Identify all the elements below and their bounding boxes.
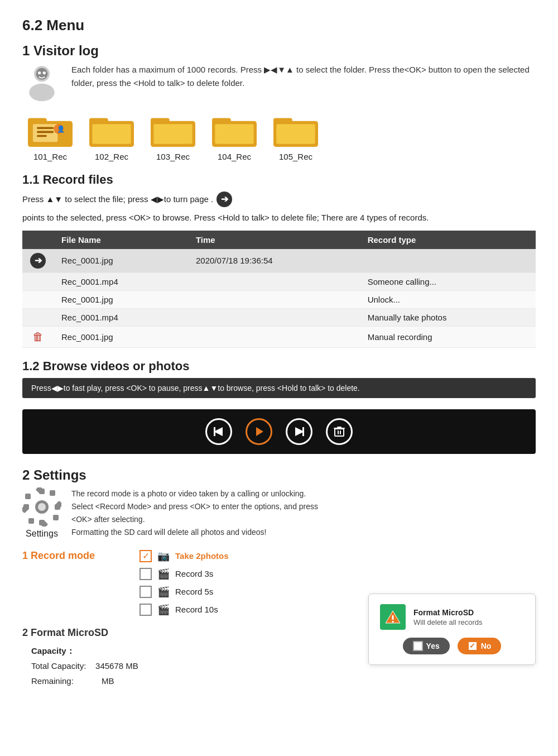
svg-marker-27 [256, 427, 263, 436]
svg-rect-9 [37, 131, 54, 133]
empty-icon-cell [22, 272, 54, 290]
table-header-time: Time [188, 231, 360, 249]
format-dialog: Format MicroSD Will delete all records Y… [368, 594, 536, 665]
table-cell-type: Unlock... [360, 290, 536, 308]
table-cell-time [188, 326, 360, 347]
svg-rect-8 [37, 127, 54, 130]
svg-point-3 [38, 71, 41, 74]
video-icon: 🎬 [157, 586, 170, 598]
mode-option-record10s[interactable]: 🎬 Record 10s [140, 604, 229, 616]
intro-text: Each folder has a maximum of 1000 record… [71, 63, 536, 90]
checkbox-record5s[interactable] [140, 586, 152, 598]
table-cell-filename: Rec_0001.jpg [54, 326, 188, 347]
svg-rect-44 [28, 518, 34, 524]
format-dialog-buttons: Yes ✓ No [380, 638, 524, 654]
trash-icon-cell: 🗑 [22, 326, 54, 347]
table-cell-time [188, 308, 360, 326]
capacity-label: Capacity： [31, 646, 75, 655]
video-icon: 🎬 [157, 568, 170, 580]
table-row[interactable]: 🗑 Rec_0001.jpg Manual recording [22, 326, 536, 347]
table-header-icon [22, 231, 54, 249]
table-row[interactable]: Rec_0001.jpg Unlock... [22, 290, 536, 308]
table-row[interactable]: ➔ Rec_0001.jpg 2020/07/18 19:36:54 [22, 249, 536, 273]
checkbox-take2photos[interactable]: ✓ [140, 550, 152, 562]
option-label: Record 3s [175, 569, 213, 578]
delete-button[interactable] [326, 418, 353, 445]
arrow-circle-icon: ➔ [217, 192, 232, 207]
folder-label: 105_Rec [279, 152, 312, 161]
play-button[interactable] [246, 418, 272, 445]
prev-button[interactable] [205, 418, 232, 445]
svg-rect-48 [50, 490, 55, 496]
no-button[interactable]: ✓ No [458, 638, 502, 654]
settings-label: Settings [26, 529, 58, 539]
table-cell-time [188, 290, 360, 308]
svg-rect-51 [392, 621, 394, 623]
svg-rect-34 [337, 427, 341, 428]
mode-option-record5s[interactable]: 🎬 Record 5s [140, 586, 229, 598]
checkmark-icon: ✓ [142, 551, 150, 561]
folder-label: 102_Rec [95, 152, 128, 161]
svg-rect-7 [33, 124, 57, 142]
svg-text:👤: 👤 [57, 126, 65, 133]
table-row[interactable]: Rec_0001.mp4 Someone calling... [22, 272, 536, 290]
section2-title: 2 Settings [22, 467, 536, 483]
yes-checkbox [413, 641, 423, 651]
table-cell-type: Someone calling... [360, 272, 536, 290]
table-cell-type [360, 249, 536, 273]
capacity-info: Capacity： Total Capacity: 345678 MB Rema… [31, 643, 138, 688]
option-label: Take 2photos [175, 551, 229, 561]
total-capacity-value: 345678 MB [95, 661, 138, 671]
yes-button[interactable]: Yes [403, 638, 450, 654]
sub1-title: 1.1 Record files [22, 173, 536, 187]
dialog-subtitle: Will delete all records [413, 618, 483, 626]
table-row[interactable]: Rec_0001.mp4 Manually take photos [22, 308, 536, 326]
format-number-label: 2 Format MicroSD [22, 627, 138, 639]
table-header-type: Record type [360, 231, 536, 249]
gear-icon-wrap: Settings [22, 487, 61, 539]
dialog-title: Format MicroSD [413, 607, 483, 619]
folder-item[interactable]: 105_Rec [273, 113, 318, 161]
table-cell-filename: Rec_0001.jpg [54, 290, 188, 308]
folder-item[interactable]: 102_Rec [89, 113, 134, 161]
svg-rect-21 [215, 124, 253, 144]
table-cell-filename: Rec_0001.mp4 [54, 308, 188, 326]
svg-rect-18 [153, 124, 192, 144]
mode-option-record3s[interactable]: 🎬 Record 3s [140, 568, 229, 580]
svg-rect-42 [53, 515, 59, 520]
browse-desc-box: Press◀▶to fast play, press <OK> to pause… [22, 378, 536, 398]
mode-option-take2photos[interactable]: ✓ 📷 Take 2photos [140, 550, 229, 562]
svg-point-4 [43, 71, 46, 74]
checkbox-record3s[interactable] [140, 568, 152, 580]
svg-rect-50 [392, 615, 394, 620]
intro-block: Each folder has a maximum of 1000 record… [22, 63, 536, 102]
table-header-filename: File Name [54, 231, 188, 249]
svg-rect-30 [335, 429, 344, 436]
total-capacity-label: Total Capacity: [31, 661, 86, 671]
folder-item[interactable]: 103_Rec [151, 113, 195, 161]
mode-options: ✓ 📷 Take 2photos 🎬 Record 3s 🎬 Record 5s… [140, 550, 229, 616]
svg-rect-32 [340, 430, 341, 434]
table-cell-type: Manual recording [360, 326, 536, 347]
svg-rect-33 [334, 428, 345, 429]
row-arrow-icon: ➔ [30, 253, 46, 269]
main-title: 6.2 Menu [22, 17, 536, 34]
player-bar [22, 409, 536, 454]
folder-item[interactable]: 104_Rec [212, 113, 257, 161]
yes-label: Yes [426, 642, 440, 650]
settings-block: Settings The record mode is a photo or v… [22, 487, 536, 539]
svg-rect-26 [214, 427, 215, 436]
svg-rect-29 [302, 427, 304, 436]
folder-item[interactable]: 👤 101_Rec [28, 113, 73, 161]
svg-rect-24 [276, 124, 315, 144]
no-label: No [481, 642, 492, 650]
next-button[interactable] [286, 418, 312, 445]
svg-rect-10 [37, 135, 47, 137]
empty-icon-cell [22, 290, 54, 308]
settings-desc: The record mode is a photo or video take… [71, 487, 318, 539]
empty-icon-cell [22, 308, 54, 326]
checkbox-record10s[interactable] [140, 604, 152, 616]
no-checkmark-icon: ✓ [469, 642, 475, 650]
svg-point-1 [29, 84, 55, 102]
record-mode-label: 1 Record mode [22, 550, 117, 616]
